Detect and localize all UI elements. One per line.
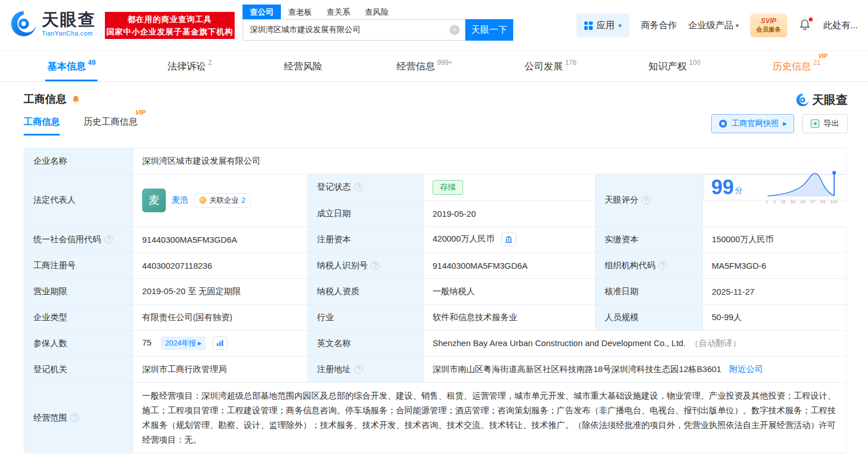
caret-down-icon: ▾ — [735, 22, 739, 29]
company-nav-tabs: 基本信息 49 法律诉讼 2 经营风险 经营信息 999+ 公司发展 176 知… — [0, 51, 868, 82]
help-icon[interactable]: ? — [659, 261, 667, 270]
promo-banner-line2: 国家中小企业发展子基金旗下机构 — [107, 25, 233, 38]
search-tab-risk[interactable]: 查风险 — [358, 5, 396, 19]
nav-tab-intellectual-property[interactable]: 知识产权 100 — [649, 51, 700, 81]
capital-bank-icon[interactable] — [501, 233, 516, 246]
clear-icon[interactable]: × — [450, 25, 460, 35]
subtab-business-info[interactable]: 工商信息 — [24, 116, 60, 135]
tianyancha-logo-icon — [10, 10, 37, 37]
nav-tab-history[interactable]: 历史信息 21 VIP — [773, 51, 821, 81]
promo-banner: 都在用的商业查询工具 国家中小企业发展子基金旗下机构 — [105, 12, 235, 39]
nav-tab-company-development[interactable]: 公司发展 176 — [525, 51, 576, 81]
establish-date-value: 2019-05-20 — [424, 200, 596, 226]
paid-capital-value: 150000万人民币 — [703, 226, 847, 252]
insured-chart-icon[interactable] — [213, 336, 227, 350]
taxpayer-quality-value: 一般纳税人 — [424, 278, 596, 304]
search-tab-boss[interactable]: 查老板 — [281, 5, 319, 19]
enterprise-products-link[interactable]: 企业级产品 ▾ — [688, 20, 739, 32]
score-axis-ticks: 13 1550 6597 99100 — [766, 199, 838, 204]
apps-button[interactable]: 应用 ▾ — [576, 14, 630, 37]
business-term-label: 营业期限 — [24, 278, 133, 304]
annual-report-label: 2024年报 — [165, 338, 196, 348]
insured-cell: 75 2024年报 ▸ — [133, 330, 308, 356]
subtab-history-business-info[interactable]: 历史工商信息 VIP — [83, 116, 138, 135]
legal-rep-avatar[interactable]: 麦 — [142, 189, 166, 212]
search-button[interactable]: 天眼一下 — [465, 19, 513, 41]
reg-authority-label: 登记机关 — [24, 356, 133, 382]
score-chart: 13 1550 6597 99100 — [766, 171, 838, 204]
vip-tag: VIP — [818, 53, 827, 59]
address-label-cell: 注册地址 ? — [308, 356, 424, 382]
approval-date-value: 2025-11-27 — [703, 278, 847, 304]
nav-tab-label: 公司发展 — [525, 60, 563, 73]
staff-size-label: 人员规模 — [596, 304, 703, 330]
nearby-companies-link[interactable]: 附近公司 — [729, 364, 763, 374]
help-icon[interactable]: ? — [354, 365, 363, 374]
export-button[interactable]: 导出 — [802, 114, 848, 133]
address-cell: 深圳市南山区粤海街道高新区社区科技南路18号深圳湾科技生态园12栋B3601 附… — [424, 356, 847, 382]
help-icon[interactable]: ? — [354, 183, 363, 191]
business-term-value: 2019-05-20 至 无固定期限 — [133, 278, 308, 304]
related-label: 关联企业 — [209, 195, 239, 206]
search-bar: × 天眼一下 — [243, 19, 513, 41]
help-icon[interactable]: ? — [642, 196, 650, 204]
address-label: 注册地址 — [317, 364, 351, 375]
staff-size-value: 50-99人 — [703, 304, 847, 330]
tianyancha-logo[interactable]: 天眼查 TianYanCha.com — [10, 10, 96, 37]
help-icon[interactable]: ? — [371, 261, 380, 270]
insured-label: 参保人数 — [24, 330, 133, 356]
section-header: 工商信息 — [24, 92, 81, 107]
search-tab-company[interactable]: 查公司 — [243, 5, 281, 19]
score-label: 天眼评分 — [605, 195, 638, 206]
nav-tab-operating-risk[interactable]: 经营风险 — [284, 51, 325, 81]
annual-report-badge[interactable]: 2024年报 ▸ — [161, 336, 206, 350]
header-right: 应用 ▾ 商务合作 企业级产品 ▾ SVIP 会员服务 此处有... — [576, 14, 858, 37]
search-input[interactable] — [243, 25, 450, 34]
reg-number-label: 工商注册号 — [24, 252, 133, 278]
nav-tab-operating-info[interactable]: 经营信息 999+ — [396, 51, 452, 81]
legal-rep-name-link[interactable]: 麦浩 — [171, 195, 188, 206]
table-row: 经营范围 ? 一般经营项目：深圳湾超级总部基地范围内园区及总部的综合开发、建设、… — [24, 382, 847, 453]
table-row: 法定代表人 麦 麦浩 关联企业 2 登记状态 ? — [24, 174, 847, 201]
company-name-value: 深圳湾区城市建设发展有限公司 — [133, 148, 847, 174]
nav-tab-count: 2 — [208, 59, 212, 67]
nav-tab-count: 100 — [689, 59, 700, 67]
nav-tab-legal[interactable]: 法律诉讼 2 — [168, 51, 212, 81]
promo-banner-line1: 都在用的商业查询工具 — [127, 13, 212, 25]
medal-icon — [199, 196, 206, 204]
help-icon[interactable]: ? — [104, 235, 113, 244]
play-arrow-icon: ▶ — [783, 121, 787, 126]
taxpayer-id-label: 纳税人识别号 — [317, 260, 368, 271]
table-row: 工商注册号 440300207118236 纳税人识别号 ? 91440300M… — [24, 252, 847, 278]
reg-capital-value: 420000万人民币 — [433, 234, 495, 243]
svip-badge[interactable]: SVIP 会员服务 — [750, 14, 787, 37]
nav-tab-label: 基本信息 — [47, 60, 86, 73]
taxpayer-quality-label: 纳税人资质 — [308, 278, 424, 304]
scope-value: 一般经营项目：深圳湾超级总部基地范围内园区及总部的综合开发、建设、销售、租赁、运… — [133, 382, 847, 453]
business-info-table: 企业名称 深圳湾区城市建设发展有限公司 法定代表人 麦 麦浩 关联企业 2 — [24, 148, 847, 453]
english-name-cell: Shenzhen Bay Area Urban Construction and… — [424, 330, 847, 356]
search-tab-relation[interactable]: 查关系 — [319, 5, 358, 19]
score-label-cell: 天眼评分 ? — [596, 174, 703, 227]
reg-status-label-cell: 登记状态 ? — [308, 174, 424, 201]
profile-name[interactable]: 此处有... — [823, 20, 858, 32]
industry-value: 软件和信息技术服务业 — [424, 304, 596, 330]
related-companies-badge[interactable]: 关联企业 2 — [194, 193, 250, 208]
notification-bell-icon[interactable] — [799, 19, 812, 32]
biz-coop-link[interactable]: 商务合作 — [641, 20, 677, 32]
nav-tab-basic-info[interactable]: 基本信息 49 — [47, 51, 95, 81]
establish-date-label: 成立日期 — [308, 200, 424, 226]
logo-text: 天眼查 TianYanCha.com — [42, 11, 96, 37]
nav-tab-label: 历史信息 — [773, 60, 811, 73]
english-name-value: Shenzhen Bay Area Urban Construction and… — [433, 338, 686, 348]
subscribe-bell-icon[interactable] — [71, 95, 81, 104]
taxpayer-id-label-cell: 纳税人识别号 ? — [308, 252, 424, 278]
help-icon[interactable]: ? — [71, 413, 79, 422]
credit-code-label: 统一社会信用代码 — [33, 234, 101, 245]
snapshot-button[interactable]: 工商官网快照 ▶ — [711, 114, 794, 133]
related-count: 2 — [241, 196, 245, 204]
table-row: 登记机关 深圳市工商行政管理局 注册地址 ? 深圳市南山区粤海街道高新区社区科技… — [24, 356, 847, 382]
nav-tab-count: 999+ — [437, 59, 452, 67]
scope-label-cell: 经营范围 ? — [24, 382, 133, 453]
notification-dot — [809, 18, 813, 21]
